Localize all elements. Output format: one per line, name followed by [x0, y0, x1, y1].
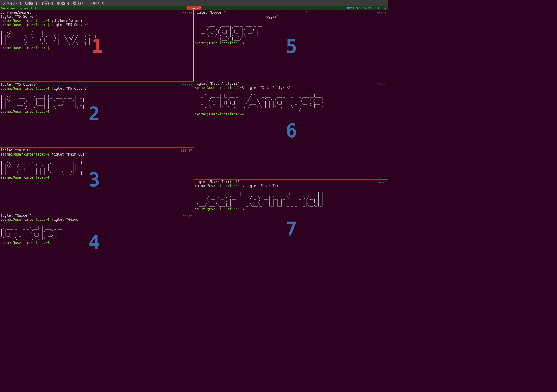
pane-2-number: 2	[89, 103, 100, 125]
pane-2-line1: figlet "M5 Client"	[1, 82, 193, 86]
session-nums: 1 1	[29, 6, 37, 10]
pane-3-number: 3	[89, 169, 100, 191]
pane-1-line2: figlet "M5 Server"	[1, 14, 193, 19]
pane-1-line1: cd /home/seimei	[1, 10, 193, 14]
pane-6-prompt2: seimei@user-interface:~$	[195, 112, 387, 116]
pane-1-prompt2: seimei@user-interface:~$ figlet "M5 Serv…	[1, 23, 193, 27]
pane-7[interactable]: 104x25 figlet "User Terminal" rminal"use…	[194, 180, 388, 273]
tmux-statusbar: Session: gaoes 1 1 1:main* [2023-07-20(木…	[0, 6, 388, 10]
pane-7-prompt2: seimei@user-interface:~$	[195, 207, 387, 211]
pane-1[interactable]: 103x18 cd /home/seimei figlet "M5 Server…	[0, 10, 194, 81]
menu-view[interactable]: 表示(V)	[41, 1, 53, 6]
pane-5-dim: 104x18	[375, 11, 387, 15]
pane-6-line1: figlet "Data Analysis"	[195, 81, 387, 86]
session-label: Session:	[1, 6, 19, 10]
menu-help[interactable]: ヘルプ(H)	[89, 1, 105, 6]
pane-3[interactable]: 103x17 figlet "Main GUI" seimei@user-int…	[0, 148, 194, 213]
pane-7-ascii: _ _ _____ _ _ | | | |___ ___ _ __ |_ _|_…	[195, 189, 387, 206]
pane-3-prompt1: seimei@user-interface:~$ figlet "Main GU…	[1, 152, 193, 156]
pane-4-line1: figlet "Guider"	[1, 213, 193, 218]
menubar: ファイル(F) 編集(E) 表示(V) 検索(S) 端末(T) ヘルプ(H)	[0, 0, 388, 6]
pane-3-line1: figlet "Main GUI"	[1, 148, 193, 152]
pane-4-number: 4	[89, 231, 100, 253]
right-column: 104x18 figlet "Logger" " ogger" _ | | __…	[194, 10, 388, 273]
pane-1-number: 1	[92, 35, 103, 57]
left-column: 103x18 cd /home/seimei figlet "M5 Server…	[0, 10, 194, 273]
pane-5[interactable]: 104x18 figlet "Logger" " ogger" _ | | __…	[194, 10, 388, 81]
statusbar-window[interactable]: 1:main*	[186, 6, 201, 10]
pane-6-dim: 104x26	[375, 82, 387, 86]
pane-4[interactable]: 103x16 figlet "Guider" seimei@user-inter…	[0, 213, 194, 273]
pane-1-dim: 103x18	[181, 11, 193, 15]
pane-6-prompt1: seimei@user-interface:~$ figlet "Data An…	[195, 86, 387, 90]
pane-6-ascii: ____ _ _ _ _ | _ \ __ _| |_ __ _ / \ _ _…	[195, 90, 387, 112]
pane-5-line1: figlet "Logger" "	[195, 10, 387, 14]
pane-2-prompt1: seimei@user-interface:~$ figlet "M5 Clie…	[1, 86, 193, 91]
pane-2[interactable]: 103x17 figlet "M5 Client" seimei@user-in…	[0, 82, 194, 147]
statusbar-left: Session: gaoes 1 1	[1, 6, 36, 10]
pane-5-line2: ogger"	[195, 14, 387, 19]
pane-3-dim: 103x17	[181, 149, 193, 153]
pane-7-dim: 104x25	[375, 180, 387, 184]
tmux-grid: 103x18 cd /home/seimei figlet "M5 Server…	[0, 10, 388, 273]
pane-6[interactable]: 104x26 figlet "Data Analysis" seimei@use…	[194, 81, 388, 179]
statusbar-datetime: [2023-07-20(木) 18:35]	[344, 6, 387, 11]
pane-7-prompt1: rminal"user-interface:~$ figlet "User Te…	[195, 184, 387, 188]
menu-file[interactable]: ファイル(F)	[2, 1, 21, 6]
pane-7-number: 7	[286, 218, 297, 240]
session-name: gaoes	[19, 6, 29, 10]
pane-2-dim: 103x17	[181, 83, 193, 87]
pane-5-number: 5	[286, 35, 297, 57]
pane-6-number: 6	[286, 120, 297, 142]
menu-search[interactable]: 検索(S)	[57, 1, 69, 6]
menu-edit[interactable]: 編集(E)	[25, 1, 37, 6]
pane-4-prompt1: seimei@user-interface:~$ figlet "Guider"	[1, 218, 193, 222]
menu-terminal[interactable]: 端末(T)	[73, 1, 84, 6]
active-vert-divider	[193, 10, 194, 81]
pane-4-dim: 103x16	[181, 214, 193, 218]
pane-7-line1: figlet "User Terminal"	[195, 180, 387, 184]
pane-1-prompt1: seimei@user-interface:~$ cd /home/seimei	[1, 19, 193, 23]
